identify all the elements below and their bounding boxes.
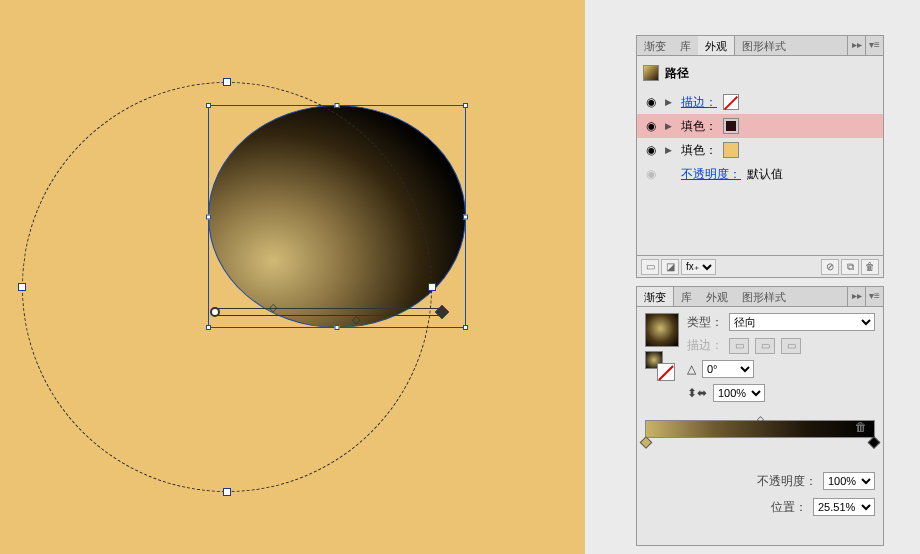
expand-icon[interactable]: ▶ [665, 121, 675, 131]
opacity-value: 默认值 [747, 166, 783, 183]
angle-icon: △ [687, 362, 696, 376]
gradient-range-circle[interactable] [22, 82, 432, 492]
anchor-right[interactable] [428, 283, 436, 291]
tab-graphic-styles[interactable]: 图形样式 [735, 287, 793, 306]
new-fill-button[interactable]: ◪ [661, 259, 679, 275]
gradient-angle-input[interactable]: 0° [702, 360, 754, 378]
stop-location-input[interactable]: 25.51% [813, 498, 875, 516]
gradient-type-select[interactable]: 径向 [729, 313, 875, 331]
visibility-icon[interactable]: ◉ [643, 119, 659, 133]
tab-library[interactable]: 库 [674, 287, 699, 306]
stroke-proxy-swatch[interactable] [657, 363, 675, 381]
visibility-icon[interactable]: ◉ [643, 95, 659, 109]
fill-stroke-toggle[interactable] [645, 351, 675, 381]
tab-gradient[interactable]: 渐变 [637, 287, 674, 306]
aspect-icon: ⬍⬌ [687, 386, 707, 400]
panel-collapse-icon[interactable]: ▸▸ [847, 287, 865, 306]
stroke-mode-3: ▭ [781, 338, 801, 354]
appearance-panel: 渐变 库 外观 图形样式 ▸▸ ▾≡ 路径 ◉ ▶ 描边： ◉ ▶ 填色： ◉ … [636, 35, 884, 278]
delete-stop-icon[interactable]: 🗑 [855, 420, 867, 434]
stroke-label[interactable]: 描边： [681, 94, 717, 111]
stroke-label: 描边： [687, 337, 723, 354]
type-label: 类型： [687, 314, 723, 331]
appearance-tabs: 渐变 库 外观 图形样式 ▸▸ ▾≡ [637, 36, 883, 56]
gradient-midpoint-stop[interactable]: ◇ [757, 414, 764, 424]
stop-opacity-input[interactable]: 100% [823, 472, 875, 490]
gradient-color-stop-start[interactable] [640, 436, 653, 449]
fill-label: 填色： [681, 118, 717, 135]
gradient-type-field: 类型： 径向 [687, 313, 875, 331]
location-label: 位置： [771, 499, 807, 516]
gradient-annotator[interactable]: ◇ ◇ [215, 308, 442, 316]
anchor-top[interactable] [223, 78, 231, 86]
stroke-mode-1: ▭ [729, 338, 749, 354]
artboard[interactable]: ◇ ◇ [0, 0, 585, 554]
tab-gradient[interactable]: 渐变 [637, 36, 673, 55]
gradient-center-handle[interactable]: ◇ [352, 313, 360, 326]
tab-appearance[interactable]: 外观 [699, 287, 735, 306]
gradient-aspect-input[interactable]: 100% [713, 384, 765, 402]
delete-button[interactable]: 🗑 [861, 259, 879, 275]
gradient-color-stop-end[interactable] [868, 436, 881, 449]
appearance-footer: ▭ ◪ fx₊ ⊘ ⧉ 🗑 [637, 255, 883, 277]
visibility-icon[interactable]: ◉ [643, 143, 659, 157]
anchor-bottom[interactable] [223, 488, 231, 496]
opacity-label[interactable]: 不透明度： [681, 166, 741, 183]
gradient-stroke-field: 描边： ▭ ▭ ▭ [687, 337, 875, 354]
stroke-mode-2: ▭ [755, 338, 775, 354]
gradient-panel: 渐变 库 外观 图形样式 ▸▸ ▾≡ 类型： 径向 描边： ▭ [636, 286, 884, 546]
appearance-fill-row-2[interactable]: ◉ ▶ 填色： [637, 138, 883, 162]
fill-swatch[interactable] [723, 118, 739, 134]
visibility-icon[interactable]: ◉ [643, 167, 659, 181]
clear-appearance-button[interactable]: ⊘ [821, 259, 839, 275]
appearance-opacity-row[interactable]: ◉ 不透明度： 默认值 [637, 162, 883, 186]
target-swatch [643, 65, 659, 81]
new-stroke-button[interactable]: ▭ [641, 259, 659, 275]
gradient-origin-handle[interactable] [210, 307, 220, 317]
appearance-target-row: 路径 [637, 56, 883, 90]
opacity-label: 不透明度： [757, 473, 817, 490]
appearance-fill-row-1[interactable]: ◉ ▶ 填色： [637, 114, 883, 138]
gradient-tabs: 渐变 库 外观 图形样式 ▸▸ ▾≡ [637, 287, 883, 307]
gradient-ramp[interactable]: ◇ [645, 420, 875, 438]
gradient-angle-field: △ 0° [687, 360, 875, 378]
stroke-swatch[interactable] [723, 94, 739, 110]
panel-collapse-icon[interactable]: ▸▸ [847, 36, 865, 55]
panel-menu-icon[interactable]: ▾≡ [865, 36, 883, 55]
panel-menu-icon[interactable]: ▾≡ [865, 287, 883, 306]
stop-location-field: 位置： 25.51% [771, 498, 875, 516]
expand-icon[interactable]: ▶ [665, 97, 675, 107]
tab-appearance[interactable]: 外观 [698, 36, 735, 55]
appearance-stroke-row[interactable]: ◉ ▶ 描边： [637, 90, 883, 114]
expand-icon[interactable]: ▶ [665, 145, 675, 155]
gradient-midpoint-handle[interactable]: ◇ [269, 301, 277, 314]
tab-library[interactable]: 库 [673, 36, 698, 55]
target-name: 路径 [665, 65, 689, 82]
gradient-preview-swatch[interactable] [645, 313, 679, 347]
fill-label: 填色： [681, 142, 717, 159]
gradient-aspect-field: ⬍⬌ 100% [687, 384, 875, 402]
anchor-left[interactable] [18, 283, 26, 291]
tab-graphic-styles[interactable]: 图形样式 [735, 36, 793, 55]
fill-swatch[interactable] [723, 142, 739, 158]
stop-opacity-field: 不透明度： 100% [757, 472, 875, 490]
fx-menu[interactable]: fx₊ [681, 259, 716, 275]
duplicate-button[interactable]: ⧉ [841, 259, 859, 275]
